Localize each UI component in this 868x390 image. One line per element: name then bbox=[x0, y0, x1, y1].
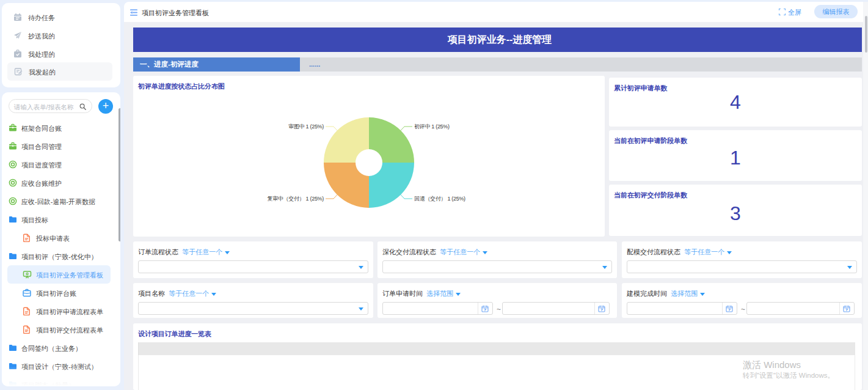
svg-text:复审中（交付） 1 (25%): 复审中（交付） 1 (25%) bbox=[267, 196, 324, 202]
svg-text:审图中 1 (25%): 审图中 1 (25%) bbox=[288, 123, 324, 130]
svg-text:回退（交付） 1 (25%): 回退（交付） 1 (25%) bbox=[414, 196, 465, 202]
svg-text:初评中 1 (25%): 初评中 1 (25%) bbox=[414, 123, 450, 130]
